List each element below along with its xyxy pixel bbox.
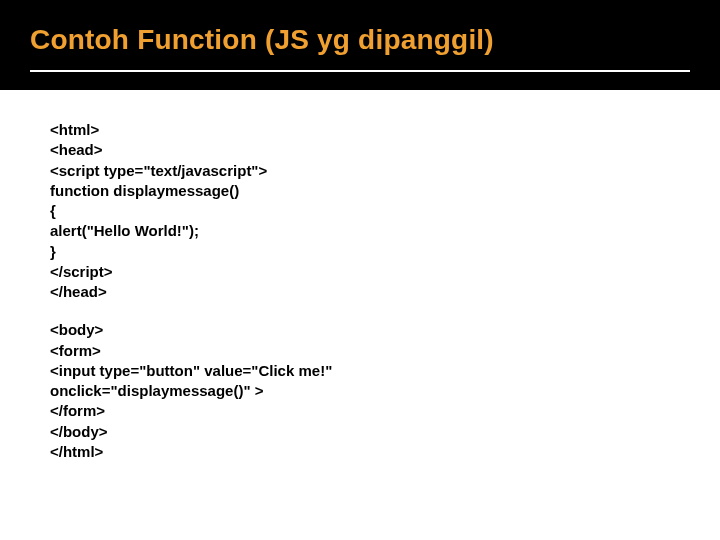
title-underline [30,70,690,72]
code-block-1: <html> <head> <script type="text/javascr… [50,120,670,302]
slide-content: <html> <head> <script type="text/javascr… [0,90,720,492]
code-gap [50,302,670,320]
code-block-2: <body> <form> <input type="button" value… [50,320,670,462]
slide-header: Contoh Function (JS yg dipanggil) [0,0,720,90]
slide-title: Contoh Function (JS yg dipanggil) [30,24,690,56]
